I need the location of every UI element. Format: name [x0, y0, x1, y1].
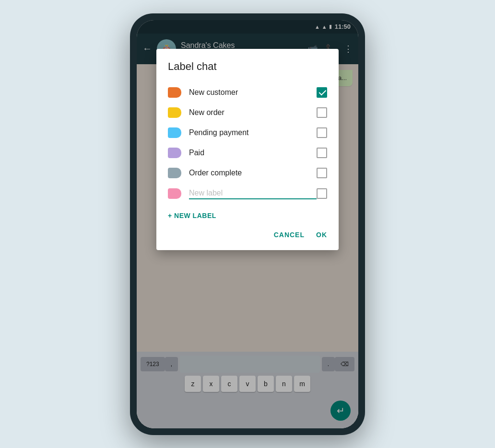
order-complete-checkbox[interactable]: [317, 168, 327, 178]
order-complete-label[interactable]: Order complete: [189, 169, 317, 177]
new-customer-label[interactable]: New customer: [189, 88, 317, 97]
new-order-label[interactable]: New order: [189, 108, 317, 117]
list-item: Pending payment: [168, 123, 327, 143]
new-customer-color-tag: [168, 87, 181, 98]
ok-button[interactable]: OK: [316, 231, 327, 239]
phone-wrapper: ▲ ▲ ▮ 11:50 ← 🎂 Sandra's Cakes online 📹 …: [130, 13, 365, 435]
paid-checkbox[interactable]: [317, 148, 327, 158]
pending-payment-checkbox[interactable]: [317, 127, 327, 138]
list-item: Paid: [168, 143, 327, 163]
new-label-input[interactable]: [189, 188, 317, 199]
new-label-color-tag: [168, 188, 181, 199]
new-label-item: [168, 183, 327, 204]
new-order-color-tag: [168, 107, 181, 118]
pending-payment-color-tag: [168, 127, 181, 138]
dialog-title: Label chat: [168, 60, 327, 73]
list-item: New customer: [168, 82, 327, 103]
order-complete-color-tag: [168, 168, 181, 178]
cancel-button[interactable]: CANCEL: [274, 231, 305, 239]
new-customer-checkbox[interactable]: [317, 87, 327, 98]
phone-screen: ▲ ▲ ▮ 11:50 ← 🎂 Sandra's Cakes online 📹 …: [137, 20, 358, 428]
paid-color-tag: [168, 148, 181, 158]
list-item: New order: [168, 103, 327, 123]
new-label-checkbox[interactable]: [317, 188, 327, 199]
add-new-label-button[interactable]: + NEW LABEL: [168, 212, 327, 219]
pending-payment-label[interactable]: Pending payment: [189, 128, 317, 137]
dialog-actions: CANCEL OK: [168, 231, 327, 239]
label-chat-dialog: Label chat New customer New order: [156, 49, 339, 250]
paid-label[interactable]: Paid: [189, 149, 317, 157]
list-item: Order complete: [168, 163, 327, 183]
phone-body: ▲ ▲ ▮ 11:50 ← 🎂 Sandra's Cakes online 📹 …: [130, 13, 365, 435]
dialog-overlay: Label chat New customer New order: [137, 20, 358, 428]
new-order-checkbox[interactable]: [317, 107, 327, 118]
